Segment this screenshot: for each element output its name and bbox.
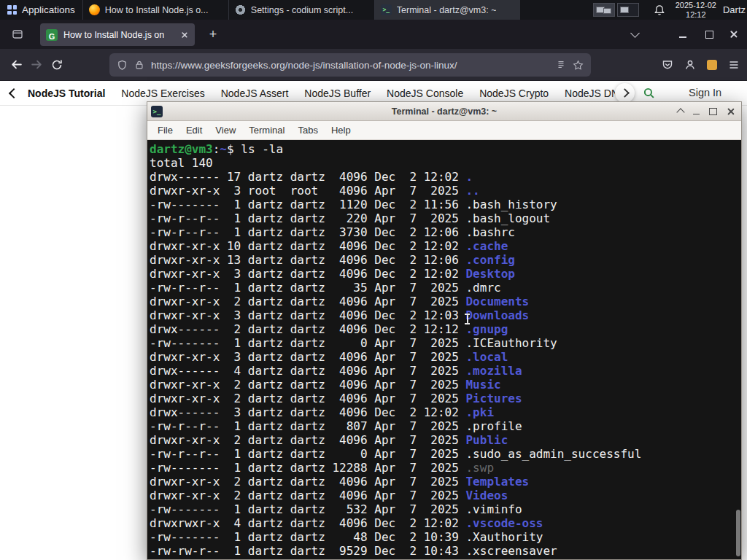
close-button[interactable] bbox=[729, 30, 738, 39]
reader-mode-icon[interactable] bbox=[556, 60, 566, 70]
search-icon[interactable] bbox=[643, 87, 655, 99]
panel-user: Dartz bbox=[723, 4, 746, 15]
shade-button[interactable] bbox=[676, 108, 684, 116]
file-name: .mozilla bbox=[465, 364, 522, 378]
bookmark-star-icon[interactable] bbox=[573, 60, 584, 71]
scrollbar-thumb[interactable] bbox=[736, 510, 740, 556]
url-bar[interactable]: https://www.geeksforgeeks.org/node-js/in… bbox=[109, 53, 591, 77]
site-nav-back-icon[interactable] bbox=[9, 88, 19, 98]
forward-button[interactable] bbox=[26, 55, 47, 75]
site-nav-forward-button[interactable] bbox=[615, 83, 635, 103]
site-nav-item[interactable]: NodeJS Exercises bbox=[121, 88, 204, 99]
workspace-2[interactable] bbox=[617, 3, 639, 17]
taskbar-button[interactable]: How to Install Node.js o... bbox=[82, 0, 228, 20]
terminal-line: drwxr-xr-x 2 dartz dartz 4096 Apr 7 2025… bbox=[150, 489, 741, 502]
menu-tabs[interactable]: Tabs bbox=[291, 125, 324, 136]
file-name: . bbox=[465, 170, 473, 184]
site-nav-item[interactable]: NodeJS Console bbox=[387, 88, 463, 99]
terminal-line: drwxr-xr-x 2 dartz dartz 4096 Apr 7 2025… bbox=[150, 378, 741, 392]
terminal-line: drwx------ 17 dartz dartz 4096 Dec 2 12:… bbox=[150, 170, 741, 184]
lock-icon[interactable] bbox=[134, 60, 144, 70]
pocket-icon[interactable] bbox=[662, 59, 673, 71]
terminal-line: drwxr-xr-x 3 dartz dartz 4096 Dec 2 12:0… bbox=[150, 267, 741, 281]
terminal-scrollbar[interactable] bbox=[735, 140, 741, 559]
tab-close-icon[interactable] bbox=[181, 31, 188, 39]
clock-date: 2025-12-02 bbox=[676, 1, 716, 10]
minimize-button[interactable] bbox=[679, 36, 686, 38]
site-nav-items: NodeJS TutorialNodeJS ExercisesNodeJS As… bbox=[28, 88, 630, 99]
workspace-pager bbox=[593, 3, 639, 17]
taskbar-button[interactable]: Settings - codium script... bbox=[228, 0, 374, 20]
file-name: .vscode-oss bbox=[465, 516, 543, 530]
terminal-line: drwxrwxr-x 4 dartz dartz 4096 Dec 2 12:0… bbox=[150, 516, 741, 530]
menu-terminal[interactable]: Terminal bbox=[242, 125, 291, 136]
terminal-line: drwxr-xr-x 3 dartz dartz 4096 Dec 2 12:0… bbox=[150, 308, 741, 322]
clock-time: 12:12 bbox=[686, 10, 706, 20]
terminal-line: drwx------ 2 dartz dartz 4096 Dec 2 12:1… bbox=[150, 322, 741, 336]
site-nav-item[interactable]: NodeJS Buffer bbox=[304, 88, 371, 99]
menu-view[interactable]: View bbox=[209, 125, 242, 136]
terminal-line: -rw------- 1 dartz dartz 12288 Apr 7 202… bbox=[150, 461, 741, 475]
firefox-view-icon[interactable] bbox=[7, 24, 28, 44]
terminal-line: -rw------- 1 dartz dartz 0 Apr 7 2025 .I… bbox=[150, 336, 741, 350]
account-icon[interactable] bbox=[684, 59, 696, 71]
file-name: .swp bbox=[465, 461, 494, 475]
terminal-line: -rw-r--r-- 1 dartz dartz 0 Apr 7 2025 .s… bbox=[150, 447, 741, 461]
applications-menu-button[interactable]: Applications bbox=[0, 0, 82, 20]
terminal-line: -rw------- 1 dartz dartz 532 Apr 7 2025 … bbox=[150, 502, 741, 516]
menu-icon[interactable] bbox=[728, 59, 740, 71]
browser-tab[interactable]: How to Install Node.js on bbox=[40, 23, 195, 46]
menu-help[interactable]: Help bbox=[325, 125, 357, 136]
sign-in-link[interactable]: Sign In bbox=[689, 87, 721, 98]
workspace-1[interactable] bbox=[593, 3, 615, 17]
file-name: .ICEauthority bbox=[465, 336, 557, 350]
terminal-maximize-button[interactable] bbox=[709, 108, 717, 115]
terminal-line: -rw-r--r-- 1 dartz dartz 35 Apr 7 2025 .… bbox=[150, 281, 741, 295]
command-text: ls -la bbox=[241, 142, 283, 156]
file-name: .sudo_as_admin_successful bbox=[465, 447, 641, 461]
url-text[interactable]: https://www.geeksforgeeks.org/node-js/in… bbox=[151, 60, 549, 71]
terminal-icon: >_ bbox=[381, 4, 392, 15]
file-name: .profile bbox=[465, 419, 522, 433]
site-nav-item[interactable]: NodeJS Tutorial bbox=[28, 88, 105, 99]
prompt-user-host: dartz@vm3 bbox=[150, 142, 213, 156]
list-all-tabs-icon[interactable] bbox=[630, 28, 640, 38]
file-name: Desktop bbox=[465, 267, 514, 281]
back-button[interactable] bbox=[6, 55, 26, 75]
browser-toolbar: https://www.geeksforgeeks.org/node-js/in… bbox=[0, 49, 747, 81]
panel-clock[interactable]: 2025-12-02 12:12 bbox=[676, 1, 716, 19]
file-name: .bash_logout bbox=[465, 211, 550, 225]
terminal-minimize-button[interactable] bbox=[693, 114, 700, 115]
terminal-line: drwxr-xr-x 3 root root 4096 Apr 7 2025 .… bbox=[150, 184, 741, 198]
terminal-line: drwxr-xr-x 13 dartz dartz 4096 Dec 2 12:… bbox=[150, 253, 741, 267]
gfg-favicon bbox=[46, 29, 58, 41]
menu-file[interactable]: File bbox=[151, 125, 179, 136]
toolbar-right-icons bbox=[662, 49, 740, 80]
site-nav-item[interactable]: NodeJS Assert bbox=[221, 88, 289, 99]
terminal-titlebar[interactable]: >_ Terminal - dartz@vm3: ~ bbox=[147, 102, 741, 121]
terminal-output: dartz@vm3:~$ ls -latotal 140drwx------ 1… bbox=[147, 140, 741, 558]
notification-bell-icon[interactable] bbox=[654, 4, 665, 16]
site-nav-item[interactable]: NodeJS Crypto bbox=[479, 88, 549, 99]
terminal-close-button[interactable] bbox=[727, 107, 735, 115]
terminal-line: -rw------- 1 dartz dartz 48 Dec 2 10:39 … bbox=[150, 530, 741, 544]
terminal-prompt-line: dartz@vm3:~$ ls -la bbox=[150, 142, 741, 156]
file-name: .bashrc bbox=[465, 225, 514, 239]
terminal-line: drwxr-xr-x 2 dartz dartz 4096 Apr 7 2025… bbox=[150, 475, 741, 489]
terminal-body[interactable]: dartz@vm3:~$ ls -latotal 140drwx------ 1… bbox=[147, 140, 741, 559]
restore-button[interactable] bbox=[705, 31, 713, 39]
applications-label: Applications bbox=[22, 4, 75, 15]
tab-title: How to Install Node.js on bbox=[63, 30, 174, 40]
menu-edit[interactable]: Edit bbox=[179, 125, 209, 136]
shield-icon[interactable] bbox=[117, 60, 128, 71]
tab-strip: How to Install Node.js on bbox=[0, 20, 747, 49]
terminal-line: drwxr-xr-x 2 dartz dartz 4096 Apr 7 2025… bbox=[150, 392, 741, 405]
terminal-line: drwx------ 4 dartz dartz 4096 Apr 7 2025… bbox=[150, 364, 741, 378]
new-tab-button[interactable] bbox=[204, 26, 222, 43]
reload-button[interactable] bbox=[47, 55, 67, 75]
file-name: Templates bbox=[465, 475, 529, 489]
extension-icon[interactable] bbox=[707, 60, 717, 70]
taskbar-button[interactable]: >_Terminal - dartz@vm3: ~ bbox=[374, 0, 520, 20]
terminal-line: -rw-r--r-- 1 dartz dartz 807 Apr 7 2025 … bbox=[150, 419, 741, 433]
firefox-icon bbox=[89, 4, 100, 15]
